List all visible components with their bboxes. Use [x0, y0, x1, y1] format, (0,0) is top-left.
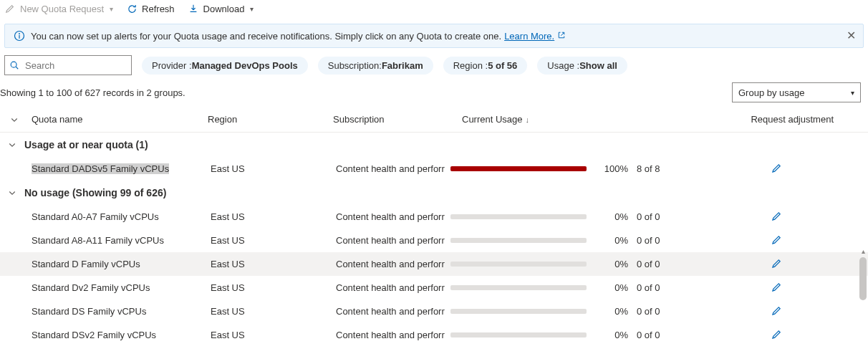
learn-more-link[interactable]: Learn More. [504, 31, 554, 42]
usage-percent: 0% [595, 235, 628, 246]
table-row[interactable]: Standard A0-A7 Family vCPUsEast USConten… [0, 205, 868, 229]
col-subscription[interactable]: Subscription [333, 114, 462, 125]
usage-bar [450, 332, 587, 337]
provider-label: Provider : [152, 60, 192, 71]
refresh-label: Refresh [142, 4, 175, 14]
close-icon[interactable]: ✕ [847, 29, 856, 42]
expand-all-toggle[interactable] [0, 115, 29, 124]
chevron-down-icon: ▾ [250, 5, 254, 13]
usage-filter-pill[interactable]: Usage : Show all [537, 57, 627, 75]
edit-quota-icon[interactable] [771, 329, 782, 342]
edit-quota-icon[interactable] [771, 234, 782, 247]
records-text: Showing 1 to 100 of 627 records in 2 gro… [0, 87, 185, 98]
cell-quota-name: Standard DADSv5 Family vCPUs [32, 163, 211, 174]
table-row[interactable]: Standard A8-A11 Family vCPUsEast USConte… [0, 229, 868, 252]
pencil-icon [4, 3, 16, 14]
vertical-scrollbar[interactable] [859, 257, 867, 300]
table-row[interactable]: Standard DSv2 Family vCPUsEast USContent… [0, 323, 868, 347]
provider-filter-pill[interactable]: Provider : Managed DevOps Pools [142, 57, 308, 75]
cell-quota-name: Standard D Family vCPUs [32, 259, 211, 269]
download-label: Download [203, 4, 245, 14]
search-field[interactable] [24, 59, 127, 72]
table-header: Quota name Region Subscription Current U… [0, 107, 868, 133]
download-icon [188, 3, 199, 14]
records-row: Showing 1 to 100 of 627 records in 2 gro… [0, 82, 868, 107]
usage-bar [450, 166, 587, 171]
edit-quota-icon[interactable] [771, 258, 782, 271]
usage-percent: 0% [595, 211, 628, 222]
group-title: Usage at or near quota (1) [24, 139, 148, 150]
cell-usage: 0%0 of 0 [450, 235, 737, 246]
usage-of-n: 0 of 0 [637, 282, 680, 293]
table-row[interactable]: Standard DS Family vCPUsEast USContent h… [0, 300, 868, 323]
col-region[interactable]: Region [208, 114, 333, 125]
edit-quota-icon[interactable] [771, 282, 782, 294]
usage-percent: 0% [595, 282, 628, 293]
edit-quota-icon[interactable] [771, 211, 782, 224]
cell-region: East US [211, 306, 336, 317]
table-row[interactable]: Standard DADSv5 Family vCPUsEast USConte… [0, 157, 868, 181]
cell-subscription: Content health and perforr [336, 163, 450, 174]
external-link-icon [557, 31, 566, 42]
subscription-label: Subscription: [328, 60, 382, 71]
usage-percent: 0% [595, 330, 628, 340]
group-expand-toggle[interactable] [0, 140, 24, 149]
cell-region: East US [211, 282, 336, 293]
group-expand-toggle[interactable] [0, 188, 24, 197]
subscription-filter-pill[interactable]: Subscription: Fabrikam [318, 57, 433, 75]
cell-quota-name: Standard Dv2 Family vCPUs [32, 282, 211, 293]
region-filter-pill[interactable]: Region : 5 of 56 [443, 57, 528, 75]
quota-table: Quota name Region Subscription Current U… [0, 107, 868, 347]
new-quota-label: New Quota Request [20, 4, 104, 14]
download-button[interactable]: Download ▾ [188, 3, 254, 14]
cell-region: East US [211, 259, 336, 269]
cell-subscription: Content health and perforr [336, 330, 450, 340]
svg-rect-2 [19, 35, 19, 39]
region-value: 5 of 56 [488, 60, 517, 71]
info-banner: You can now set up alerts for your Quota… [4, 24, 864, 48]
table-row[interactable]: Standard D Family vCPUsEast USContent he… [0, 252, 868, 276]
usage-of-n: 0 of 0 [637, 330, 680, 340]
cell-subscription: Content health and perforr [336, 306, 450, 317]
group-row[interactable]: No usage (Showing 99 of 626) [0, 181, 868, 205]
col-request-adjustment[interactable]: Request adjustment [748, 114, 868, 125]
info-icon [14, 30, 25, 42]
cell-region: East US [211, 235, 336, 246]
provider-value: Managed DevOps Pools [192, 60, 298, 71]
filter-row: Provider : Managed DevOps Pools Subscrip… [0, 55, 868, 82]
table-row[interactable]: Standard Dv2 Family vCPUsEast USContent … [0, 276, 868, 300]
usage-bar [450, 238, 587, 243]
group-by-label: Group by usage [738, 87, 805, 98]
region-label: Region : [453, 60, 488, 71]
refresh-button[interactable]: Refresh [126, 3, 175, 14]
search-input[interactable] [4, 55, 132, 75]
cell-subscription: Content health and perforr [336, 282, 450, 293]
usage-of-n: 0 of 0 [637, 259, 680, 269]
refresh-icon [126, 3, 138, 14]
group-row[interactable]: Usage at or near quota (1) [0, 133, 868, 157]
usage-percent: 0% [595, 306, 628, 317]
info-message: You can now set up alerts for your Quota… [31, 31, 501, 42]
usage-of-n: 0 of 0 [637, 235, 680, 246]
usage-bar [450, 309, 587, 314]
edit-quota-icon[interactable] [771, 163, 782, 176]
col-quota-name[interactable]: Quota name [29, 114, 208, 125]
usage-percent: 0% [595, 259, 628, 269]
cell-subscription: Content health and perforr [336, 259, 450, 269]
svg-point-3 [11, 62, 16, 67]
group-by-dropdown[interactable]: Group by usage ▾ [732, 82, 861, 102]
sort-desc-icon: ↓ [526, 115, 530, 124]
scroll-up-arrow[interactable]: ▴ [859, 247, 867, 256]
cell-quota-name: Standard DSv2 Family vCPUs [32, 330, 211, 340]
cell-quota-name: Standard A8-A11 Family vCPUs [32, 235, 211, 246]
edit-quota-icon[interactable] [771, 305, 782, 318]
cell-subscription: Content health and perforr [336, 235, 450, 246]
new-quota-request-button[interactable]: New Quota Request ▾ [4, 3, 113, 14]
usage-bar [450, 262, 587, 267]
subscription-value: Fabrikam [382, 60, 423, 71]
usage-of-n: 0 of 0 [637, 211, 680, 222]
cell-region: East US [211, 330, 336, 340]
col-current-usage[interactable]: Current Usage↓ [462, 114, 748, 125]
cell-usage: 100%8 of 8 [450, 163, 737, 174]
chevron-down-icon: ▾ [110, 5, 113, 13]
